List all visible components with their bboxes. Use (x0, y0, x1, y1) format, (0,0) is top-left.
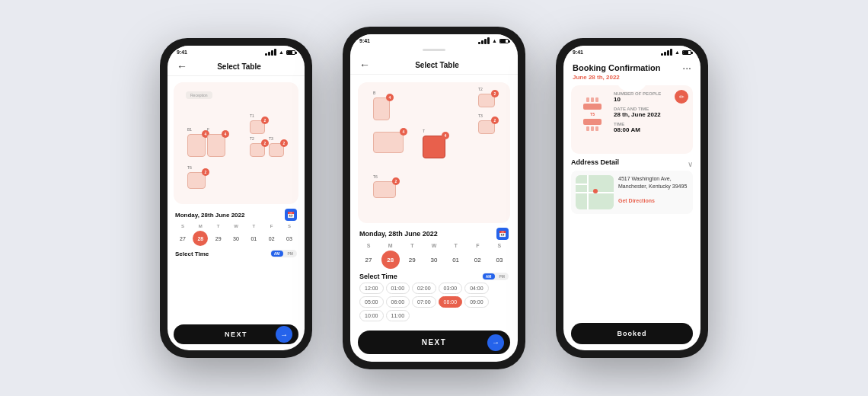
table-t2-r[interactable]: T2 2 (478, 94, 495, 107)
am-pm-toggle-1[interactable]: AM PM (270, 250, 297, 257)
floor-plan-2: B 4 4 T2 2 T3 2 (358, 82, 510, 223)
signal-2-4 (487, 37, 490, 44)
time-0500[interactable]: 05:00 (359, 296, 384, 308)
calendar-icon-1[interactable]: 📅 (285, 209, 297, 221)
ticket-area: ✏ T5 (571, 85, 693, 154)
status-time-2: 9:41 (359, 38, 370, 43)
status-icons-2: ▲ (478, 37, 509, 44)
next-label-2: NEXT (422, 338, 447, 346)
date-03[interactable]: 03 (282, 231, 297, 246)
back-button-2[interactable]: ← (359, 59, 370, 71)
date-29[interactable]: 29 (211, 231, 226, 246)
signal-1 (265, 53, 267, 56)
info-time: Time 08:00 AM (614, 122, 687, 133)
calendar-section-2: Monday, 28th June 2022 📅 S M T W T F S 2… (358, 228, 510, 321)
table-f-badge: 4 (222, 130, 229, 138)
table-t6[interactable]: T6 2 (187, 172, 206, 189)
week-header-2: S M T W T F S (359, 243, 509, 248)
table-f[interactable]: F 4 (207, 134, 225, 157)
battery-icon-2 (499, 39, 509, 43)
time-0200[interactable]: 02:00 (412, 283, 436, 294)
pm-toggle-2[interactable]: PM (496, 273, 509, 279)
time-0400[interactable]: 04:00 (464, 283, 489, 294)
signal-2 (268, 52, 270, 56)
next-button-1[interactable]: NEXT → (174, 324, 298, 344)
time-0100[interactable]: 01:00 (386, 283, 410, 294)
table-t3-r[interactable]: T3 2 (478, 120, 495, 134)
date-01[interactable]: 01 (246, 231, 261, 246)
week-dates-2: 27 28 29 30 01 02 03 (359, 251, 509, 269)
ticket-table-visual: T5 (577, 91, 608, 137)
booked-label: Booked (617, 330, 646, 337)
table-t1-badge: 2 (261, 117, 269, 124)
status-time-1: 9:41 (177, 50, 187, 55)
am-pm-toggle-2[interactable]: AM PM (482, 273, 509, 280)
time-0700[interactable]: 07:00 (412, 296, 436, 308)
confirmation-content: Booking Confirmation ··· June 28 th, 202… (563, 57, 700, 318)
table-t2[interactable]: T2 2 (250, 143, 265, 157)
am-toggle-1[interactable]: AM (271, 251, 283, 257)
back-button-1[interactable]: ← (177, 60, 187, 72)
table-center[interactable]: T 4 (423, 136, 445, 158)
date2-27[interactable]: 27 (359, 251, 378, 269)
chevron-icon[interactable]: ∨ (688, 160, 693, 168)
status-icons-1: ▲ (265, 49, 295, 56)
t2-r-badge: 2 (491, 90, 499, 97)
date-28[interactable]: 28 (193, 231, 208, 246)
date2-28[interactable]: 28 (381, 251, 400, 269)
address-section: Address Detail ∨ 4517 Washington Ave, Ma… (563, 158, 700, 214)
signal-2-2 (481, 40, 483, 44)
table-t6-2[interactable]: T6 2 (373, 181, 396, 198)
date2-03[interactable]: 03 (490, 251, 509, 269)
time-grid-2: 12:00 01:00 02:00 03:00 04:00 05:00 06:0… (359, 283, 509, 321)
am-toggle-2[interactable]: AM (483, 273, 495, 279)
pill-divider-2 (423, 49, 445, 51)
wifi-icon-3: ▲ (675, 50, 680, 55)
date-27[interactable]: 27 (175, 231, 190, 246)
time-1200[interactable]: 12:00 (359, 283, 384, 294)
signal-4 (274, 49, 276, 56)
select-time-header-1: Select Time AM PM (175, 250, 297, 257)
table-b-top[interactable]: B 4 (373, 97, 390, 120)
pm-toggle-1[interactable]: PM (285, 251, 297, 257)
select-time-label-2: Select Time (359, 273, 397, 280)
date2-29[interactable]: 29 (403, 251, 421, 269)
address-card: 4517 Washington Ave, Manchester, Kentuck… (571, 171, 693, 214)
time-0900[interactable]: 09:00 (464, 296, 489, 308)
date2-01[interactable]: 01 (447, 251, 465, 269)
directions-link[interactable]: Get Directions (618, 198, 655, 203)
wifi-icon-2: ▲ (492, 38, 497, 43)
table-t2-badge: 2 (261, 139, 269, 147)
datetime-value: 28 th, June 2022 (614, 111, 687, 118)
time-0300[interactable]: 03:00 (439, 283, 463, 294)
calendar-icon-2[interactable]: 📅 (496, 228, 509, 240)
time-0800[interactable]: 08:00 (439, 296, 463, 308)
address-text: 4517 Washington Ave, Manchester, Kentuck… (618, 175, 688, 190)
signal-2-3 (484, 39, 487, 44)
table-b1[interactable]: B1 4 (187, 134, 206, 157)
time-1100[interactable]: 11:00 (386, 310, 410, 321)
more-options-icon[interactable]: ··· (682, 62, 691, 74)
date-02[interactable]: 02 (264, 231, 279, 246)
status-time-3: 9:41 (573, 50, 583, 55)
date-30[interactable]: 30 (228, 231, 244, 246)
next-button-2[interactable]: NEXT → (358, 331, 510, 354)
booked-button[interactable]: Booked (571, 323, 693, 344)
nav-title-2: Select Table (376, 61, 498, 69)
time-1000[interactable]: 10:00 (359, 310, 384, 321)
date-label-1: Monday, 28th June 2022 (175, 212, 244, 219)
t6-2-badge: 2 (392, 177, 400, 185)
time-0600[interactable]: 06:00 (386, 296, 410, 308)
t3-r-badge: 2 (491, 117, 499, 124)
table-t3[interactable]: T3 2 (269, 143, 284, 157)
date2-02[interactable]: 02 (468, 251, 487, 269)
table-mid-left[interactable]: 4 (373, 132, 404, 153)
map-thumbnail (576, 175, 614, 209)
date2-30[interactable]: 30 (425, 251, 443, 269)
edit-icon[interactable]: ✏ (675, 90, 688, 104)
mid-left-badge: 4 (400, 128, 407, 136)
phone-3: 9:41 ▲ Booking Confirmation ··· June 28 … (556, 38, 708, 358)
status-bar-3: 9:41 ▲ (563, 46, 700, 57)
address-info: 4517 Washington Ave, Manchester, Kentuck… (618, 175, 688, 209)
table-t1[interactable]: T1 2 (250, 120, 265, 134)
